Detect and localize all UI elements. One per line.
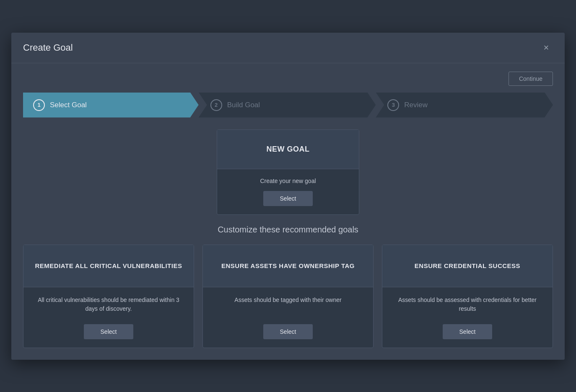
step-2[interactable]: 2 Build Goal [199,93,376,118]
goal-card-1: REMEDIATE ALL CRITICAL VULNERABILITIES A… [23,245,194,348]
step-1[interactable]: 1 Select Goal [23,93,199,118]
continue-button[interactable]: Continue [509,72,553,86]
goal-card-2-select-button[interactable]: Select [263,324,313,339]
create-goal-modal: Create Goal × Continue 1 Select Goal 2 B… [11,33,565,360]
new-goal-header: NEW GOAL [217,130,359,169]
new-goal-card: NEW GOAL Create your new goal Select [217,129,359,215]
content-area: NEW GOAL Create your new goal Select Cus… [23,129,553,348]
goal-card-1-body: All critical vulnerabilities should be r… [23,287,194,348]
top-bar: Continue [23,72,553,86]
goal-card-3-description: Assets should be assessed with credentia… [392,296,542,316]
goal-card-1-select-button[interactable]: Select [84,324,134,339]
goal-card-1-description: All critical vulnerabilities should be r… [34,296,184,316]
recommended-title: Customize these recommended goals [218,225,358,235]
new-goal-body: Create your new goal Select [217,169,359,214]
modal-body: Continue 1 Select Goal 2 Build Goal 3 Re… [11,63,565,360]
step-2-label: Build Goal [227,101,260,109]
modal-title: Create Goal [23,42,73,53]
goal-card-3: ENSURE CREDENTIAL SUCCESS Assets should … [382,245,553,348]
goal-card-2-title: ENSURE ASSETS HAVE OWNERSHIP TAG [221,261,355,270]
goal-card-2-header: ENSURE ASSETS HAVE OWNERSHIP TAG [203,245,373,287]
goal-card-3-title: ENSURE CREDENTIAL SUCCESS [415,261,520,270]
goal-card-1-header: REMEDIATE ALL CRITICAL VULNERABILITIES [23,245,194,287]
new-goal-title: NEW GOAL [267,145,310,153]
goal-card-1-title: REMEDIATE ALL CRITICAL VULNERABILITIES [35,261,182,270]
goal-card-3-select-button[interactable]: Select [443,324,493,339]
step-1-number: 1 [33,99,45,111]
goal-card-3-header: ENSURE CREDENTIAL SUCCESS [382,245,553,287]
recommended-goals-grid: REMEDIATE ALL CRITICAL VULNERABILITIES A… [23,245,553,348]
close-button[interactable]: × [540,41,553,54]
new-goal-description: Create your new goal [227,178,349,184]
new-goal-select-button[interactable]: Select [263,191,313,206]
step-3-label: Review [404,101,428,109]
step-3-number: 3 [387,99,399,111]
stepper: 1 Select Goal 2 Build Goal 3 Review [23,93,553,118]
goal-card-3-body: Assets should be assessed with credentia… [382,287,553,348]
modal-header: Create Goal × [11,33,565,63]
step-3[interactable]: 3 Review [376,93,553,118]
step-1-label: Select Goal [50,101,87,109]
step-2-number: 2 [210,99,222,111]
goal-card-2: ENSURE ASSETS HAVE OWNERSHIP TAG Assets … [202,245,374,348]
goal-card-2-description: Assets should be tagged with their owner [213,296,363,316]
goal-card-2-body: Assets should be tagged with their owner… [203,287,373,348]
